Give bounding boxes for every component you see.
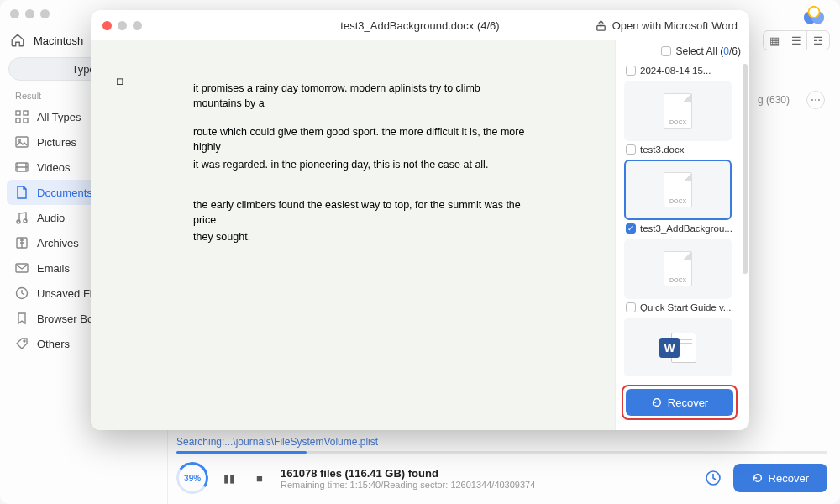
select-all[interactable]: Select All (0/6) (616, 40, 749, 57)
thumbnail-item[interactable]: DOCX Quick Start Guide v... (624, 239, 741, 312)
docx-icon: DOCX (664, 251, 692, 286)
file-checkbox[interactable] (626, 66, 636, 76)
thumbnail-item[interactable]: DOCX ✓test3_AddBackgrou... (624, 160, 741, 234)
file-checkbox[interactable] (626, 302, 636, 312)
video-icon (15, 160, 29, 174)
document-text: it promises a rainy day tomorrow. modern… (193, 81, 531, 244)
document-icon (15, 186, 29, 199)
svg-point-2 (808, 7, 819, 18)
modal-header: test3_AddBackground.docx (4/6) Open with… (91, 10, 749, 40)
preview-modal: test3_AddBackground.docx (4/6) Open with… (91, 10, 749, 430)
home-icon[interactable] (10, 33, 25, 48)
image-icon (15, 135, 29, 149)
pause-button[interactable]: ▮▮ (220, 469, 239, 487)
recover-button-highlight: Recover (622, 385, 738, 420)
thumbnail-item[interactable]: 2024-08-14 15... (624, 62, 741, 76)
docx-icon: DOCX (664, 172, 692, 207)
svg-rect-4 (24, 111, 28, 115)
archive-icon (15, 236, 29, 249)
grid-icon (15, 110, 29, 123)
thumbnail-list[interactable]: 2024-08-14 15... DOCX test3.docx DOCX ✓t… (616, 57, 749, 376)
page-marker: ◻ (116, 76, 123, 87)
open-with-button[interactable]: Open with Microsoft Word (595, 19, 738, 32)
view-toggle[interactable]: ▦ ☰ ☲ (763, 30, 830, 50)
modal-recover-button[interactable]: Recover (626, 389, 733, 416)
mail-icon (15, 261, 29, 275)
stop-button[interactable]: ■ (250, 469, 269, 487)
result-count: g (630) (758, 94, 790, 106)
remaining-time: Remaining time: 1:15:40/Reading sector: … (281, 480, 535, 490)
svg-rect-7 (16, 137, 28, 147)
list-view-icon[interactable]: ☰ (785, 31, 807, 50)
music-icon (15, 211, 29, 224)
docx-icon: DOCX (664, 93, 692, 129)
thumbnail-panel: Select All (0/6) 2024-08-14 15... DOCX t… (615, 40, 749, 430)
svg-rect-6 (24, 118, 28, 123)
breadcrumb[interactable]: Macintosh (34, 34, 83, 47)
tag-icon (15, 337, 29, 350)
history-icon[interactable] (705, 470, 722, 486)
status-bar: Searching:...\journals\FileSystemVolume.… (176, 436, 827, 494)
modal-window-controls[interactable] (102, 21, 142, 30)
svg-point-11 (24, 219, 27, 223)
share-icon (595, 19, 607, 32)
column-view-icon[interactable]: ☲ (807, 31, 829, 50)
select-all-checkbox[interactable] (661, 46, 671, 56)
svg-point-10 (17, 220, 20, 223)
file-checkbox[interactable] (626, 144, 636, 155)
bookmark-icon (15, 312, 29, 325)
svg-rect-5 (16, 118, 20, 123)
scan-progress-bar (176, 451, 827, 454)
scan-path: Searching:...\journals\FileSystemVolume.… (176, 436, 827, 451)
document-preview[interactable]: ◻ it promises a rainy day tomorrow. mode… (91, 40, 615, 430)
svg-rect-3 (16, 111, 20, 115)
clock-icon (15, 286, 29, 300)
progress-circle: 39% (174, 459, 211, 496)
scrollbar[interactable] (743, 64, 748, 274)
svg-point-15 (24, 340, 25, 342)
recover-button[interactable]: Recover (733, 464, 827, 492)
word-icon: W (659, 331, 696, 365)
thumbnail-item[interactable]: DOCX test3.docx (624, 81, 741, 155)
svg-rect-13 (16, 264, 28, 272)
more-menu-icon[interactable]: ⋯ (806, 91, 825, 109)
thumbnail-item[interactable]: W ComPDFKit Conver... (624, 318, 741, 376)
svg-point-8 (18, 139, 21, 142)
grid-view-icon[interactable]: ▦ (764, 31, 785, 50)
file-checkbox[interactable]: ✓ (626, 223, 636, 234)
found-count: 161078 files (116.41 GB) found (281, 467, 535, 480)
app-logo-icon (801, 3, 827, 29)
